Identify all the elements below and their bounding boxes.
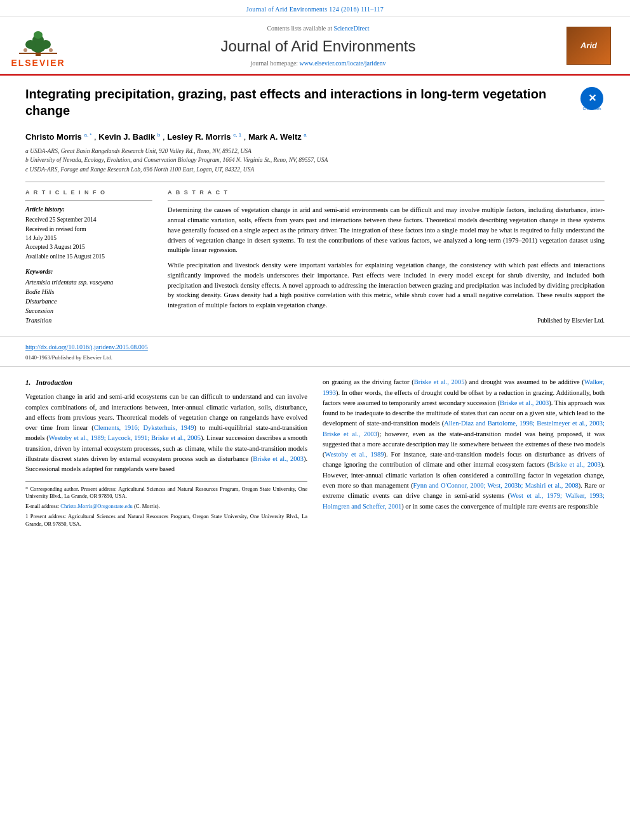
svg-point-5 xyxy=(41,40,51,49)
journal-title-section: ELSEVIER Contents lists available at Sci… xyxy=(0,17,630,74)
affiliation-c: c USDA-ARS, Forage and Range Research La… xyxy=(25,165,605,174)
ref-west-1979[interactable]: West et al., 1979; Walker, 1993; Holmgre… xyxy=(323,492,605,509)
article-content: Integrating precipitation, grazing, past… xyxy=(0,76,630,336)
abstract-heading: A B S T R A C T xyxy=(168,189,605,197)
svg-point-8 xyxy=(49,48,53,52)
svg-point-3 xyxy=(34,31,43,39)
affiliation-a: a USDA-ARS, Great Basin Rangelands Resea… xyxy=(25,147,605,156)
keyword-1: Artemisia tridentata ssp. vaseyana xyxy=(25,278,152,287)
received-date: Received 25 September 2014 xyxy=(25,216,152,224)
journal-name-bar: Journal of Arid Environments 124 (2016) … xyxy=(0,4,630,17)
revised-label: Received in revised form xyxy=(25,225,152,234)
info-sep xyxy=(25,200,152,201)
affiliations: a USDA-ARS, Great Basin Rangelands Resea… xyxy=(25,147,605,174)
author-kevin: Kevin J. Badik xyxy=(98,132,155,142)
author-lesley: Lesley R. Morris xyxy=(167,132,231,142)
article-info-col: A R T I C L E I N F O Article history: R… xyxy=(25,189,152,326)
email-link[interactable]: Christo.Morris@Oregonstate.edu xyxy=(60,503,133,509)
homepage-link[interactable]: www.elsevier.com/locate/jaridenv xyxy=(300,60,386,67)
article-title: Integrating precipitation, grazing, past… xyxy=(25,86,566,119)
svg-point-4 xyxy=(25,40,36,49)
keywords-title: Keywords: xyxy=(25,267,152,276)
body-content: 1. Introduction Vegetation change in ari… xyxy=(0,377,630,531)
accepted-date: Accepted 3 August 2015 xyxy=(25,243,152,251)
divider-1 xyxy=(25,182,605,182)
intro-section-title: 1. Introduction xyxy=(25,377,307,388)
two-col-body: 1. Introduction Vegetation change in ari… xyxy=(25,377,605,531)
footnote-email: E-mail address: Christo.Morris@Oregonsta… xyxy=(25,503,307,510)
ref-briske-2003a[interactable]: Briske et al., 2003 xyxy=(253,455,304,462)
ref-westoby-1989[interactable]: Westoby et al., 1989 xyxy=(325,451,384,458)
keyword-2: Bodie Hills xyxy=(25,288,152,297)
two-col-info-abstract: A R T I C L E I N F O Article history: R… xyxy=(25,189,605,326)
abstract-para1: Determining the causes of vegetation cha… xyxy=(168,205,605,255)
journal-center-title: Contents lists available at ScienceDirec… xyxy=(70,24,566,69)
abstract-para2: While precipitation and livestock densit… xyxy=(168,260,605,310)
footnote-star: * Corresponding author. Present address:… xyxy=(25,486,307,501)
published-by: Published by Elsevier Ltd. xyxy=(168,316,605,325)
svg-point-7 xyxy=(23,48,27,52)
authors: Christo Morris a, * , Kevin J. Badik b ,… xyxy=(25,131,605,143)
journal-homepage: journal homepage: www.elsevier.com/locat… xyxy=(70,59,566,68)
revised-date: 14 July 2015 xyxy=(25,234,152,243)
ref-fynn[interactable]: Fynn and O'Connor, 2000; West, 2003b; Ma… xyxy=(413,482,579,489)
svg-text:CrossMark: CrossMark xyxy=(582,107,601,110)
keyword-3: Disturbance xyxy=(25,297,152,306)
ref-briske-2005[interactable]: Briske et al., 2005 xyxy=(414,378,465,385)
arid-logo-box: Arid xyxy=(566,27,617,65)
issn-line: 0140-1963/Published by Elsevier Ltd. xyxy=(25,354,605,362)
ref-briske-2003b[interactable]: Briske et al., 2003 xyxy=(500,399,549,406)
doi-link[interactable]: http://dx.doi.org/10.1016/j.jaridenv.201… xyxy=(25,343,148,350)
doi-section: http://dx.doi.org/10.1016/j.jaridenv.201… xyxy=(0,336,630,367)
article-history-title: Article history: xyxy=(25,205,152,214)
footnotes: * Corresponding author. Present address:… xyxy=(25,481,307,528)
article-info-heading: A R T I C L E I N F O xyxy=(25,189,152,197)
ref-clements[interactable]: Clements, 1916; Dyksterhuis, 1949 xyxy=(94,424,194,431)
intro-para1: Vegetation change in arid and semi-arid … xyxy=(25,392,307,474)
keyword-4: Succession xyxy=(25,307,152,316)
body-right-col: on grazing as the driving factor (Briske… xyxy=(323,377,605,531)
author-mark: Mark A. Weltz xyxy=(248,132,302,142)
journal-header: Journal of Arid Environments 124 (2016) … xyxy=(0,0,630,76)
available-date: Available online 15 August 2015 xyxy=(25,253,152,261)
ref-westoby[interactable]: Westoby et al., 1989; Laycock, 1991; Bri… xyxy=(49,434,201,441)
ref-allen-diaz[interactable]: Allen-Diaz and Bartolome, 1998; Bestelme… xyxy=(323,420,605,437)
affiliation-b: b University of Nevada, Ecology, Evoluti… xyxy=(25,156,605,164)
article-title-section: Integrating precipitation, grazing, past… xyxy=(25,86,605,124)
abstract-sep xyxy=(168,200,605,201)
keyword-5: Transition xyxy=(25,316,152,325)
footnote-1: 1 Present address: Agricultural Sciences… xyxy=(25,513,307,528)
abstract-col: A B S T R A C T Determining the causes o… xyxy=(168,189,605,326)
svg-rect-6 xyxy=(19,53,57,54)
elsevier-label: ELSEVIER xyxy=(11,57,65,70)
crossmark: ✕ CrossMark xyxy=(579,86,605,111)
contents-line: Contents lists available at ScienceDirec… xyxy=(70,24,566,33)
abstract-text: Determining the causes of vegetation cha… xyxy=(168,205,605,325)
elsevier-tree-icon xyxy=(13,22,64,57)
author-christo: Christo Morris xyxy=(25,132,82,142)
main-journal-title: Journal of Arid Environments xyxy=(70,36,566,57)
elsevier-logo: ELSEVIER xyxy=(6,22,70,70)
ref-briske-2003c[interactable]: Briske et al., 2003 xyxy=(549,461,601,468)
right-para1: on grazing as the driving factor (Briske… xyxy=(323,377,605,511)
sciencedirect-link[interactable]: ScienceDirect xyxy=(333,25,369,32)
arid-logo: Arid xyxy=(566,27,611,65)
svg-text:✕: ✕ xyxy=(588,93,596,103)
body-left-col: 1. Introduction Vegetation change in ari… xyxy=(25,377,307,531)
